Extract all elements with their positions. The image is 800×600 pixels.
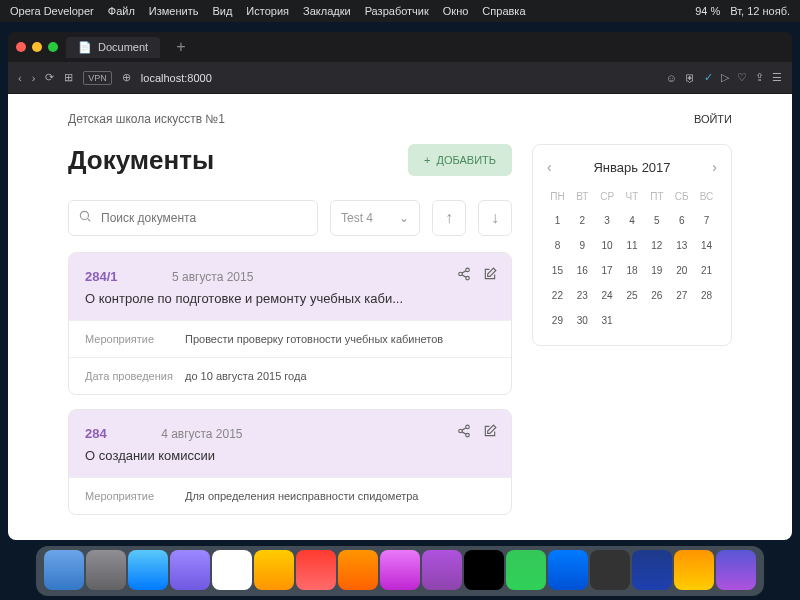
calendar-day[interactable]: 3 [597,210,618,231]
calendar-day[interactable]: 15 [547,260,568,281]
dock-app-icon[interactable] [506,550,546,590]
calendar-day[interactable]: 17 [597,260,618,281]
calendar-day[interactable]: 20 [671,260,692,281]
dock-app-icon[interactable] [716,550,756,590]
document-field: Дата проведения до 10 августа 2015 года [69,357,511,394]
dock-app-icon[interactable] [170,550,210,590]
calendar-day[interactable]: 23 [572,285,593,306]
calendar-day[interactable]: 31 [597,310,618,331]
play-icon[interactable]: ▷ [721,71,729,84]
calendar-day[interactable]: 28 [696,285,717,306]
search-input[interactable] [68,200,318,236]
menu-edit[interactable]: Изменить [149,5,199,17]
dock-app-icon[interactable] [128,550,168,590]
file-icon: 📄 [78,41,92,54]
battery-indicator: 94 % [695,5,720,17]
menu-help[interactable]: Справка [482,5,525,17]
calendar-day[interactable]: 29 [547,310,568,331]
calendar-day[interactable]: 7 [696,210,717,231]
calendar-day[interactable]: 14 [696,235,717,256]
dock-app-icon[interactable] [212,550,252,590]
calendar-day[interactable]: 25 [622,285,643,306]
calendar-day[interactable]: 22 [547,285,568,306]
macos-menubar: Opera Developer Файл Изменить Вид Истори… [0,0,800,22]
calendar-next[interactable]: › [712,159,717,175]
sort-down-button[interactable]: ↓ [478,200,512,236]
document-field: Мероприятие Для определения неисправност… [69,477,511,514]
calendar-day[interactable]: 5 [646,210,667,231]
dock-app-icon[interactable] [86,550,126,590]
browser-window: 📄 Document + ‹ › ⟳ ⊞ VPN ⊕ localhost:800… [8,32,792,540]
document-header[interactable]: 284 4 августа 2015 О создании комиссии [69,410,511,477]
svg-point-5 [459,429,463,433]
calendar-day[interactable]: 19 [646,260,667,281]
share-icon[interactable] [457,424,471,442]
calendar-day-header: СБ [671,187,692,206]
share-icon[interactable] [457,267,471,285]
menu-history[interactable]: История [246,5,289,17]
menu-file[interactable]: Файл [108,5,135,17]
calendar-day[interactable]: 11 [622,235,643,256]
dock-app-icon[interactable] [296,550,336,590]
calendar-day-header: ПТ [646,187,667,206]
traffic-lights[interactable] [16,42,58,52]
menu-icon[interactable]: ☰ [772,71,782,84]
calendar-day[interactable]: 26 [646,285,667,306]
add-button[interactable]: + ДОБАВИТЬ [408,144,512,176]
speed-dial-icon[interactable]: ⊞ [64,71,73,84]
dock-app-icon[interactable] [464,550,504,590]
document-header[interactable]: 284/1 5 августа 2015 О контроле по подго… [69,253,511,320]
sort-up-button[interactable]: ↑ [432,200,466,236]
heart-icon[interactable]: ♡ [737,71,747,84]
menu-bookmarks[interactable]: Закладки [303,5,351,17]
edit-icon[interactable] [483,267,497,285]
filter-select[interactable]: Test 4 ⌄ [330,200,420,236]
dock-app-icon[interactable] [674,550,714,590]
calendar-day[interactable]: 13 [671,235,692,256]
calendar-day[interactable]: 27 [671,285,692,306]
calendar-day[interactable]: 8 [547,235,568,256]
dock-app-icon[interactable] [422,550,462,590]
calendar-day[interactable]: 21 [696,260,717,281]
calendar-day[interactable]: 1 [547,210,568,231]
dock-app-icon[interactable] [380,550,420,590]
dock-app-icon[interactable] [44,550,84,590]
dock-app-icon[interactable] [338,550,378,590]
edit-icon[interactable] [483,424,497,442]
dock-app-icon[interactable] [632,550,672,590]
calendar-day[interactable]: 6 [671,210,692,231]
calendar-widget: ‹ Январь 2017 › ПНВТСРЧТПТСБВС1234567891… [532,144,732,346]
calendar-day[interactable]: 2 [572,210,593,231]
back-button[interactable]: ‹ [18,72,22,84]
calendar-day[interactable]: 16 [572,260,593,281]
shield-icon[interactable]: ⛨ [685,72,696,84]
smiley-icon[interactable]: ☺ [666,72,677,84]
vpn-badge[interactable]: VPN [83,71,112,85]
calendar-day[interactable]: 9 [572,235,593,256]
menu-view[interactable]: Вид [212,5,232,17]
dock-app-icon[interactable] [548,550,588,590]
new-tab-button[interactable]: + [168,38,193,56]
check-icon[interactable]: ✓ [704,71,713,84]
menu-window[interactable]: Окно [443,5,469,17]
document-card: 284/1 5 августа 2015 О контроле по подго… [68,252,512,395]
dock-app-icon[interactable] [590,550,630,590]
calendar-day[interactable]: 18 [622,260,643,281]
menu-developer[interactable]: Разработчик [365,5,429,17]
share-icon[interactable]: ⇪ [755,71,764,84]
calendar-day[interactable]: 10 [597,235,618,256]
calendar-day-header: ПН [547,187,568,206]
forward-button[interactable]: › [32,72,36,84]
calendar-day[interactable]: 30 [572,310,593,331]
browser-tab[interactable]: 📄 Document [66,37,160,58]
calendar-day[interactable]: 4 [622,210,643,231]
login-link[interactable]: ВОЙТИ [694,113,732,125]
calendar-day[interactable]: 12 [646,235,667,256]
calendar-prev[interactable]: ‹ [547,159,552,175]
globe-icon: ⊕ [122,71,131,84]
reload-button[interactable]: ⟳ [45,71,54,84]
calendar-day[interactable]: 24 [597,285,618,306]
macos-dock[interactable] [36,546,764,596]
url-text[interactable]: localhost:8000 [141,72,212,84]
dock-app-icon[interactable] [254,550,294,590]
